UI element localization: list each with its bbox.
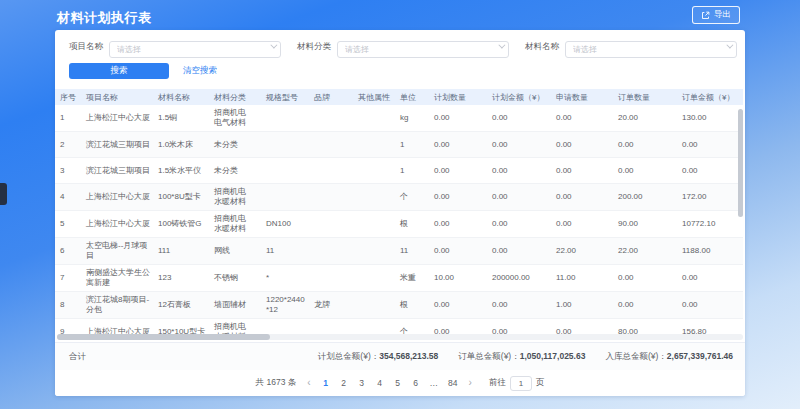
page-number[interactable]: 4 bbox=[376, 378, 384, 388]
pagination-bar: 共 1673 条 ‹ 123456…84 › 前往 页 bbox=[55, 370, 745, 396]
table-cell: 墙面辅材 bbox=[209, 292, 261, 319]
filter-field-material-name: 材料名称 bbox=[525, 38, 737, 55]
export-button[interactable]: 导出 bbox=[692, 6, 740, 24]
content-card: 项目名称 材料分类 材料名称 bbox=[55, 30, 745, 396]
summary-item: 订单总金额(¥)：1,050,117,025.63 bbox=[458, 351, 585, 363]
column-header: 计划金额（¥） bbox=[487, 89, 551, 105]
table-cell: 0.00 bbox=[487, 211, 551, 238]
horizontal-scrollbar-thumb[interactable] bbox=[57, 334, 270, 340]
column-header: 规格型号 bbox=[261, 89, 309, 105]
table-cell bbox=[309, 211, 353, 238]
table-cell: 上海松江中心大厦 bbox=[81, 211, 153, 238]
page-number[interactable]: 6 bbox=[412, 378, 420, 388]
table-cell: 12石膏板 bbox=[153, 292, 209, 319]
table-cell: 0.00 bbox=[429, 158, 487, 184]
table-cell bbox=[353, 132, 395, 158]
table-cell: 1 bbox=[395, 132, 429, 158]
goto-page-control: 前往 页 bbox=[489, 376, 545, 391]
table-cell: 10772.10 bbox=[677, 211, 743, 238]
table-cell: 1188.00 bbox=[677, 238, 743, 265]
table-cell: 0.00 bbox=[551, 158, 613, 184]
table-row[interactable]: 7南侧盛达大学生公寓新建123不锈钢*米重10.00200000.0011.00… bbox=[55, 265, 743, 292]
table-cell: 90.00 bbox=[613, 211, 677, 238]
table-row[interactable]: 8滨江花城8期项目-分包12石膏板墙面辅材1220*2440*12龙牌根0.00… bbox=[55, 292, 743, 319]
table-cell: 1 bbox=[395, 158, 429, 184]
table-cell: 0.00 bbox=[677, 132, 743, 158]
prev-page-button[interactable]: ‹ bbox=[305, 378, 312, 388]
page-number[interactable]: 84 bbox=[448, 378, 457, 388]
table-row[interactable]: 3滨江花城三期项目1.5米水平仪未分类10.000.000.000.000.00 bbox=[55, 158, 743, 184]
table-row[interactable]: 6太空电梯--月球项目111网线11110.000.0022.0022.0011… bbox=[55, 238, 743, 265]
table-cell: 0.00 bbox=[551, 211, 613, 238]
table-cell: 龙牌 bbox=[309, 292, 353, 319]
project-name-input[interactable] bbox=[109, 41, 281, 58]
table-cell: 0.00 bbox=[429, 211, 487, 238]
table-cell: 0.00 bbox=[429, 292, 487, 319]
table-cell: 111 bbox=[153, 238, 209, 265]
table-cell: 8 bbox=[55, 292, 81, 319]
table-cell: 0.00 bbox=[487, 292, 551, 319]
material-category-input[interactable] bbox=[337, 41, 509, 58]
filter-panel: 项目名称 材料分类 材料名称 bbox=[55, 30, 745, 85]
column-header: 计划数量 bbox=[429, 89, 487, 105]
table-row[interactable]: 2滨江花城三期项目1.0米木床未分类10.000.000.000.000.00 bbox=[55, 132, 743, 158]
table-cell: 2 bbox=[55, 132, 81, 158]
table-cell: 100*8U型卡 bbox=[153, 184, 209, 211]
table-cell: 100铸铁管G bbox=[153, 211, 209, 238]
vertical-scrollbar-thumb[interactable] bbox=[738, 109, 743, 217]
table-row[interactable]: 5上海松江中心大厦100铸铁管G招商机电 水暖材料DN100根0.000.000… bbox=[55, 211, 743, 238]
table-cell: 1 bbox=[55, 105, 81, 132]
table-cell: 1.0米木床 bbox=[153, 132, 209, 158]
table-cell: 0.00 bbox=[613, 265, 677, 292]
page-number[interactable]: 3 bbox=[358, 378, 366, 388]
column-header: 订单数量 bbox=[613, 89, 677, 105]
column-header: 其他属性 bbox=[353, 89, 395, 105]
goto-page-input[interactable] bbox=[510, 376, 532, 391]
table-cell bbox=[261, 132, 309, 158]
table-cell bbox=[309, 265, 353, 292]
table-cell: * bbox=[261, 265, 309, 292]
table-cell: 22.00 bbox=[613, 238, 677, 265]
page-number[interactable]: 1 bbox=[322, 378, 330, 388]
summary-item-label: 订单总金额(¥)： bbox=[458, 351, 519, 361]
table-cell bbox=[309, 184, 353, 211]
table-cell: 130.00 bbox=[677, 105, 743, 132]
summary-bar: 合计 计划总金额(¥)：354,568,213.58订单总金额(¥)：1,050… bbox=[55, 342, 745, 370]
table-cell: 0.00 bbox=[429, 105, 487, 132]
table-cell bbox=[353, 211, 395, 238]
project-name-select[interactable] bbox=[109, 38, 281, 55]
table-cell: 未分类 bbox=[209, 158, 261, 184]
table-cell: 200000.00 bbox=[487, 265, 551, 292]
page-ellipsis: … bbox=[430, 378, 439, 388]
table-cell: 1.5铜 bbox=[153, 105, 209, 132]
table-cell bbox=[353, 158, 395, 184]
summary-item: 计划总金额(¥)：354,568,213.58 bbox=[318, 351, 438, 363]
table-cell: 未分类 bbox=[209, 132, 261, 158]
search-button[interactable]: 搜索 bbox=[69, 63, 169, 79]
table-cell: 0.00 bbox=[551, 184, 613, 211]
summary-item-value: 1,050,117,025.63 bbox=[520, 351, 586, 361]
table-cell bbox=[261, 105, 309, 132]
page-number[interactable]: 2 bbox=[340, 378, 348, 388]
table-cell: 0.00 bbox=[613, 132, 677, 158]
table-cell: 4 bbox=[55, 184, 81, 211]
table-cell bbox=[309, 132, 353, 158]
next-page-button[interactable]: › bbox=[467, 378, 474, 388]
table-cell: 11 bbox=[261, 238, 309, 265]
material-category-select[interactable] bbox=[337, 38, 509, 55]
table-cell: 0.00 bbox=[487, 132, 551, 158]
clear-search-link[interactable]: 清空搜索 bbox=[183, 65, 217, 77]
summary-total-label: 合计 bbox=[69, 351, 86, 363]
table-cell: 不锈钢 bbox=[209, 265, 261, 292]
material-name-select[interactable] bbox=[565, 38, 737, 55]
table-cell: 0.00 bbox=[487, 158, 551, 184]
page-number[interactable]: 5 bbox=[394, 378, 402, 388]
material-name-input[interactable] bbox=[565, 41, 737, 58]
table-cell: 123 bbox=[153, 265, 209, 292]
table-cell: 0.00 bbox=[613, 158, 677, 184]
table-cell: 招商机电 电气材料 bbox=[209, 105, 261, 132]
export-icon bbox=[701, 11, 710, 20]
table-row[interactable]: 1上海松江中心大厦1.5铜招商机电 电气材料kg0.000.000.0020.0… bbox=[55, 105, 743, 132]
sidebar-collapse-handle[interactable] bbox=[0, 183, 7, 205]
table-row[interactable]: 4上海松江中心大厦100*8U型卡招商机电 水暖材料个0.000.000.002… bbox=[55, 184, 743, 211]
